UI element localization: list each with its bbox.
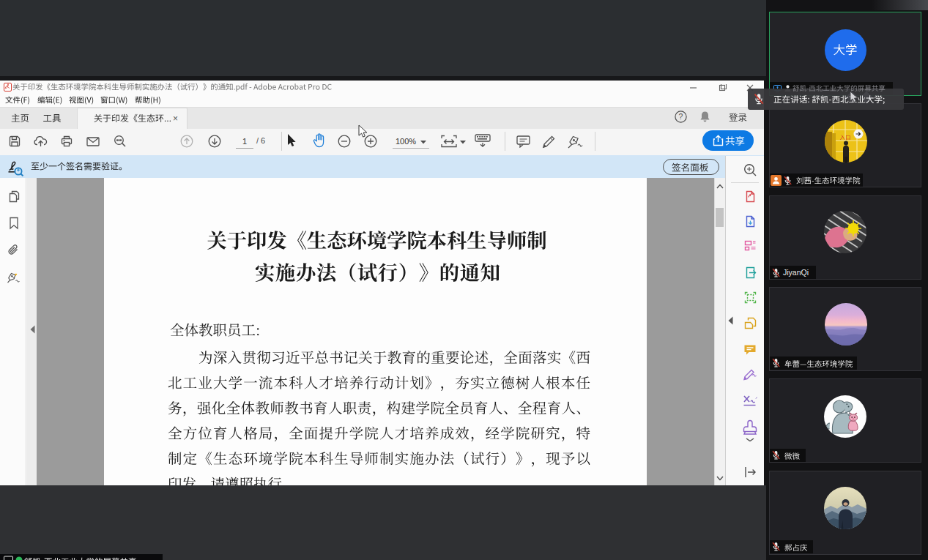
svg-text:?: ? <box>679 112 683 121</box>
